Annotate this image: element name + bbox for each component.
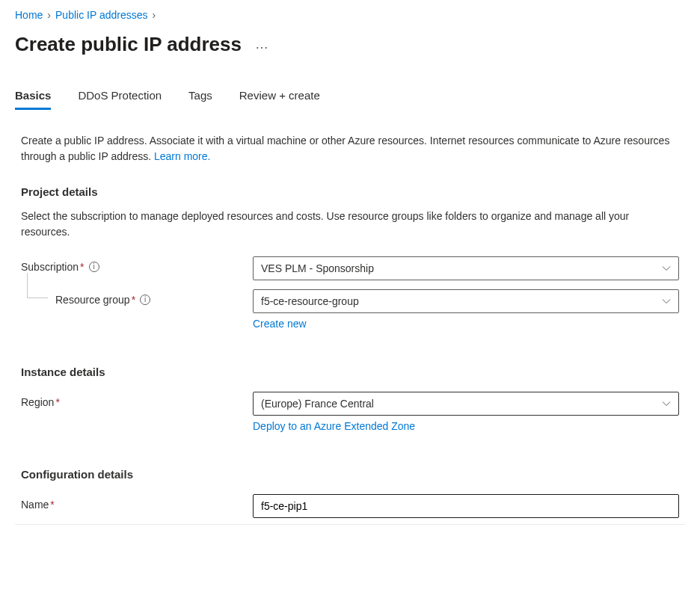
name-input[interactable] bbox=[253, 494, 679, 518]
chevron-right-icon: › bbox=[153, 9, 156, 21]
tab-ddos-protection[interactable]: DDoS Protection bbox=[78, 89, 162, 110]
page-title: Create public IP address bbox=[15, 33, 242, 56]
section-heading-instance-details: Instance details bbox=[21, 366, 679, 378]
chevron-down-icon bbox=[662, 264, 671, 273]
info-icon[interactable]: i bbox=[140, 295, 150, 305]
name-label-text: Name bbox=[21, 499, 49, 511]
section-heading-project-details: Project details bbox=[21, 185, 679, 198]
required-indicator: * bbox=[80, 261, 84, 273]
subscription-label-text: Subscription bbox=[21, 261, 79, 273]
subscription-label: Subscription * i bbox=[21, 256, 253, 273]
region-label: Region * bbox=[21, 392, 253, 408]
region-label-text: Region bbox=[21, 396, 54, 408]
tree-connector-icon bbox=[27, 273, 48, 298]
info-icon[interactable]: i bbox=[89, 262, 99, 272]
chevron-right-icon: › bbox=[47, 9, 51, 21]
tab-tags[interactable]: Tags bbox=[188, 89, 212, 110]
intro-text: Create a public IP address. Associate it… bbox=[21, 133, 679, 164]
deploy-extended-zone-link[interactable]: Deploy to an Azure Extended Zone bbox=[253, 420, 415, 432]
intro-text-content: Create a public IP address. Associate it… bbox=[21, 135, 669, 162]
more-actions-button[interactable]: … bbox=[255, 37, 270, 52]
name-label: Name * bbox=[21, 494, 253, 511]
breadcrumb-home[interactable]: Home bbox=[15, 9, 43, 21]
subscription-select[interactable]: VES PLM - Sponsorship bbox=[253, 256, 679, 280]
divider bbox=[15, 524, 685, 525]
create-new-resource-group-link[interactable]: Create new bbox=[253, 318, 307, 330]
tab-review-create[interactable]: Review + create bbox=[239, 89, 320, 110]
region-select-value: (Europe) France Central bbox=[261, 398, 374, 410]
required-indicator: * bbox=[132, 294, 135, 306]
breadcrumb: Home › Public IP addresses › bbox=[15, 9, 685, 21]
section-heading-configuration-details: Configuration details bbox=[21, 468, 679, 481]
resource-group-label: Resource group * i bbox=[21, 289, 253, 306]
region-select[interactable]: (Europe) France Central bbox=[253, 392, 679, 416]
resource-group-label-text: Resource group bbox=[55, 294, 130, 306]
project-details-description: Select the subscription to manage deploy… bbox=[21, 209, 679, 240]
required-indicator: * bbox=[50, 499, 54, 511]
tabs: Basics DDoS Protection Tags Review + cre… bbox=[15, 89, 685, 111]
resource-group-select-value: f5-ce-resource-group bbox=[261, 295, 359, 307]
required-indicator: * bbox=[55, 396, 59, 408]
learn-more-link[interactable]: Learn more. bbox=[154, 150, 210, 162]
tab-basics[interactable]: Basics bbox=[15, 89, 51, 110]
breadcrumb-public-ip-addresses[interactable]: Public IP addresses bbox=[55, 9, 147, 21]
chevron-down-icon bbox=[662, 297, 671, 306]
chevron-down-icon bbox=[662, 399, 671, 408]
subscription-select-value: VES PLM - Sponsorship bbox=[261, 262, 374, 274]
resource-group-select[interactable]: f5-ce-resource-group bbox=[253, 289, 679, 313]
